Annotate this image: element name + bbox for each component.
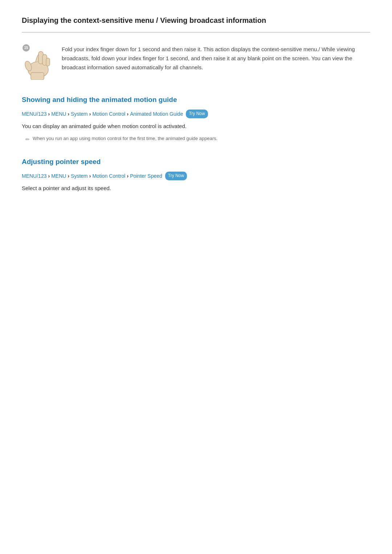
breadcrumb-sep1: › (48, 110, 50, 118)
section2-heading: Adjusting pointer speed (22, 156, 370, 167)
page-title: Displaying the context-sensitive menu / … (22, 15, 370, 33)
section1-heading: Showing and hiding the animated motion g… (22, 94, 370, 105)
svg-rect-4 (46, 58, 50, 66)
breadcrumb-sep2: › (68, 110, 69, 118)
breadcrumb2-pointer-speed[interactable]: Pointer Speed (130, 172, 162, 180)
section1-breadcrumb: MENU/123 › MENU › System › Motion Contro… (22, 110, 370, 118)
section2-description: Select a pointer and adjust its speed. (22, 184, 370, 193)
breadcrumb2-menu[interactable]: MENU (51, 172, 66, 180)
breadcrumb2-sep4: › (127, 172, 128, 180)
breadcrumb-system[interactable]: System (71, 110, 88, 118)
pencil-icon: ✏ (25, 135, 30, 143)
hand-image-container: 15 (22, 44, 54, 80)
section2-block: Adjusting pointer speed MENU/123 › MENU … (22, 156, 370, 193)
section2-breadcrumb: MENU/123 › MENU › System › Motion Contro… (22, 172, 370, 180)
breadcrumb2-system[interactable]: System (71, 172, 88, 180)
page-container: Displaying the context-sensitive menu / … (0, 0, 392, 227)
breadcrumb2-sep2: › (68, 172, 69, 180)
breadcrumb-sep3: › (89, 110, 91, 118)
step-number: 15 (23, 44, 30, 52)
breadcrumb2-menu123[interactable]: MENU/123 (22, 172, 46, 180)
breadcrumb-animated-motion-guide[interactable]: Animated Motion Guide (130, 110, 183, 118)
try-now-badge-1[interactable]: Try Now (186, 110, 208, 118)
section1-description: You can display an animated guide when m… (22, 122, 370, 131)
breadcrumb2-motion-control[interactable]: Motion Control (92, 172, 125, 180)
breadcrumb-sep4: › (127, 110, 128, 118)
breadcrumb-menu123[interactable]: MENU/123 (22, 110, 46, 118)
section1-note-row: ✏ When you run an app using motion contr… (25, 135, 370, 143)
breadcrumb2-sep1: › (48, 172, 50, 180)
hand-description: Fold your index finger down for 1 second… (62, 44, 370, 72)
section1-note: When you run an app using motion control… (33, 135, 217, 142)
breadcrumb-motion-control[interactable]: Motion Control (92, 110, 125, 118)
try-now-badge-2[interactable]: Try Now (165, 172, 187, 180)
breadcrumb-menu[interactable]: MENU (51, 110, 66, 118)
section1-block: Showing and hiding the animated motion g… (22, 94, 370, 143)
hand-section: 15 Fold your index finger down for 1 sec… (22, 44, 370, 80)
svg-rect-5 (31, 73, 44, 80)
breadcrumb2-sep3: › (89, 172, 91, 180)
